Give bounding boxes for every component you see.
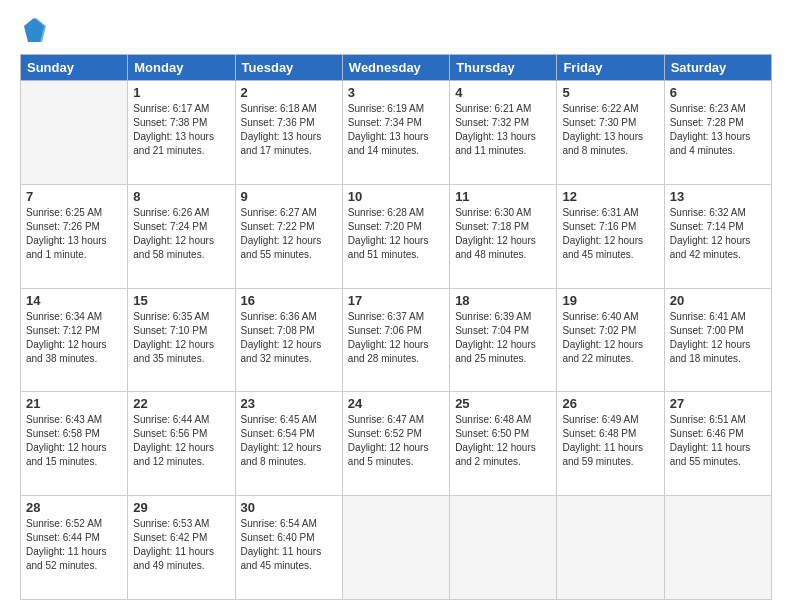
day-cell: 16Sunrise: 6:36 AMSunset: 7:08 PMDayligh… [235,288,342,392]
day-number: 15 [133,293,229,308]
week-row-4: 28Sunrise: 6:52 AMSunset: 6:44 PMDayligh… [21,496,772,600]
day-number: 28 [26,500,122,515]
weekday-header-sunday: Sunday [21,55,128,81]
day-cell: 26Sunrise: 6:49 AMSunset: 6:48 PMDayligh… [557,392,664,496]
day-cell [342,496,449,600]
day-cell: 4Sunrise: 6:21 AMSunset: 7:32 PMDaylight… [450,81,557,185]
weekday-header-tuesday: Tuesday [235,55,342,81]
day-detail: Sunrise: 6:53 AMSunset: 6:42 PMDaylight:… [133,517,229,573]
weekday-header-wednesday: Wednesday [342,55,449,81]
day-cell: 15Sunrise: 6:35 AMSunset: 7:10 PMDayligh… [128,288,235,392]
logo-icon [22,16,46,44]
day-cell [664,496,771,600]
day-number: 9 [241,189,337,204]
day-number: 2 [241,85,337,100]
header [20,16,772,44]
day-detail: Sunrise: 6:45 AMSunset: 6:54 PMDaylight:… [241,413,337,469]
day-detail: Sunrise: 6:27 AMSunset: 7:22 PMDaylight:… [241,206,337,262]
weekday-header-saturday: Saturday [664,55,771,81]
day-number: 4 [455,85,551,100]
day-number: 22 [133,396,229,411]
day-number: 21 [26,396,122,411]
day-cell: 8Sunrise: 6:26 AMSunset: 7:24 PMDaylight… [128,184,235,288]
day-detail: Sunrise: 6:26 AMSunset: 7:24 PMDaylight:… [133,206,229,262]
day-detail: Sunrise: 6:21 AMSunset: 7:32 PMDaylight:… [455,102,551,158]
day-detail: Sunrise: 6:39 AMSunset: 7:04 PMDaylight:… [455,310,551,366]
day-detail: Sunrise: 6:43 AMSunset: 6:58 PMDaylight:… [26,413,122,469]
day-detail: Sunrise: 6:23 AMSunset: 7:28 PMDaylight:… [670,102,766,158]
day-cell: 25Sunrise: 6:48 AMSunset: 6:50 PMDayligh… [450,392,557,496]
day-cell: 3Sunrise: 6:19 AMSunset: 7:34 PMDaylight… [342,81,449,185]
day-number: 20 [670,293,766,308]
day-number: 29 [133,500,229,515]
day-cell [450,496,557,600]
day-number: 30 [241,500,337,515]
day-detail: Sunrise: 6:34 AMSunset: 7:12 PMDaylight:… [26,310,122,366]
day-cell: 27Sunrise: 6:51 AMSunset: 6:46 PMDayligh… [664,392,771,496]
day-detail: Sunrise: 6:32 AMSunset: 7:14 PMDaylight:… [670,206,766,262]
day-cell: 6Sunrise: 6:23 AMSunset: 7:28 PMDaylight… [664,81,771,185]
day-number: 14 [26,293,122,308]
day-cell: 13Sunrise: 6:32 AMSunset: 7:14 PMDayligh… [664,184,771,288]
day-cell: 9Sunrise: 6:27 AMSunset: 7:22 PMDaylight… [235,184,342,288]
day-cell: 14Sunrise: 6:34 AMSunset: 7:12 PMDayligh… [21,288,128,392]
day-detail: Sunrise: 6:17 AMSunset: 7:38 PMDaylight:… [133,102,229,158]
day-cell [21,81,128,185]
day-number: 19 [562,293,658,308]
weekday-header-monday: Monday [128,55,235,81]
day-detail: Sunrise: 6:54 AMSunset: 6:40 PMDaylight:… [241,517,337,573]
day-number: 16 [241,293,337,308]
day-cell: 28Sunrise: 6:52 AMSunset: 6:44 PMDayligh… [21,496,128,600]
day-number: 17 [348,293,444,308]
day-cell: 12Sunrise: 6:31 AMSunset: 7:16 PMDayligh… [557,184,664,288]
day-number: 12 [562,189,658,204]
day-detail: Sunrise: 6:41 AMSunset: 7:00 PMDaylight:… [670,310,766,366]
day-cell: 23Sunrise: 6:45 AMSunset: 6:54 PMDayligh… [235,392,342,496]
day-detail: Sunrise: 6:51 AMSunset: 6:46 PMDaylight:… [670,413,766,469]
day-number: 13 [670,189,766,204]
day-number: 1 [133,85,229,100]
week-row-3: 21Sunrise: 6:43 AMSunset: 6:58 PMDayligh… [21,392,772,496]
day-detail: Sunrise: 6:19 AMSunset: 7:34 PMDaylight:… [348,102,444,158]
day-number: 7 [26,189,122,204]
day-detail: Sunrise: 6:18 AMSunset: 7:36 PMDaylight:… [241,102,337,158]
day-number: 18 [455,293,551,308]
weekday-header-thursday: Thursday [450,55,557,81]
day-cell: 5Sunrise: 6:22 AMSunset: 7:30 PMDaylight… [557,81,664,185]
day-number: 23 [241,396,337,411]
day-detail: Sunrise: 6:44 AMSunset: 6:56 PMDaylight:… [133,413,229,469]
day-cell: 30Sunrise: 6:54 AMSunset: 6:40 PMDayligh… [235,496,342,600]
day-cell: 24Sunrise: 6:47 AMSunset: 6:52 PMDayligh… [342,392,449,496]
day-number: 8 [133,189,229,204]
logo [20,16,52,44]
day-cell [557,496,664,600]
day-detail: Sunrise: 6:48 AMSunset: 6:50 PMDaylight:… [455,413,551,469]
day-detail: Sunrise: 6:35 AMSunset: 7:10 PMDaylight:… [133,310,229,366]
day-detail: Sunrise: 6:25 AMSunset: 7:26 PMDaylight:… [26,206,122,262]
day-cell: 22Sunrise: 6:44 AMSunset: 6:56 PMDayligh… [128,392,235,496]
day-cell: 21Sunrise: 6:43 AMSunset: 6:58 PMDayligh… [21,392,128,496]
day-cell: 29Sunrise: 6:53 AMSunset: 6:42 PMDayligh… [128,496,235,600]
day-detail: Sunrise: 6:52 AMSunset: 6:44 PMDaylight:… [26,517,122,573]
day-cell: 11Sunrise: 6:30 AMSunset: 7:18 PMDayligh… [450,184,557,288]
day-number: 26 [562,396,658,411]
day-cell: 2Sunrise: 6:18 AMSunset: 7:36 PMDaylight… [235,81,342,185]
weekday-header-row: SundayMondayTuesdayWednesdayThursdayFrid… [21,55,772,81]
day-number: 25 [455,396,551,411]
day-cell: 7Sunrise: 6:25 AMSunset: 7:26 PMDaylight… [21,184,128,288]
day-cell: 17Sunrise: 6:37 AMSunset: 7:06 PMDayligh… [342,288,449,392]
day-detail: Sunrise: 6:36 AMSunset: 7:08 PMDaylight:… [241,310,337,366]
day-cell: 18Sunrise: 6:39 AMSunset: 7:04 PMDayligh… [450,288,557,392]
day-detail: Sunrise: 6:31 AMSunset: 7:16 PMDaylight:… [562,206,658,262]
day-number: 5 [562,85,658,100]
day-detail: Sunrise: 6:47 AMSunset: 6:52 PMDaylight:… [348,413,444,469]
day-number: 6 [670,85,766,100]
day-detail: Sunrise: 6:30 AMSunset: 7:18 PMDaylight:… [455,206,551,262]
day-detail: Sunrise: 6:37 AMSunset: 7:06 PMDaylight:… [348,310,444,366]
page: SundayMondayTuesdayWednesdayThursdayFrid… [0,0,792,612]
calendar: SundayMondayTuesdayWednesdayThursdayFrid… [20,54,772,600]
day-number: 11 [455,189,551,204]
weekday-header-friday: Friday [557,55,664,81]
day-number: 3 [348,85,444,100]
day-cell: 1Sunrise: 6:17 AMSunset: 7:38 PMDaylight… [128,81,235,185]
